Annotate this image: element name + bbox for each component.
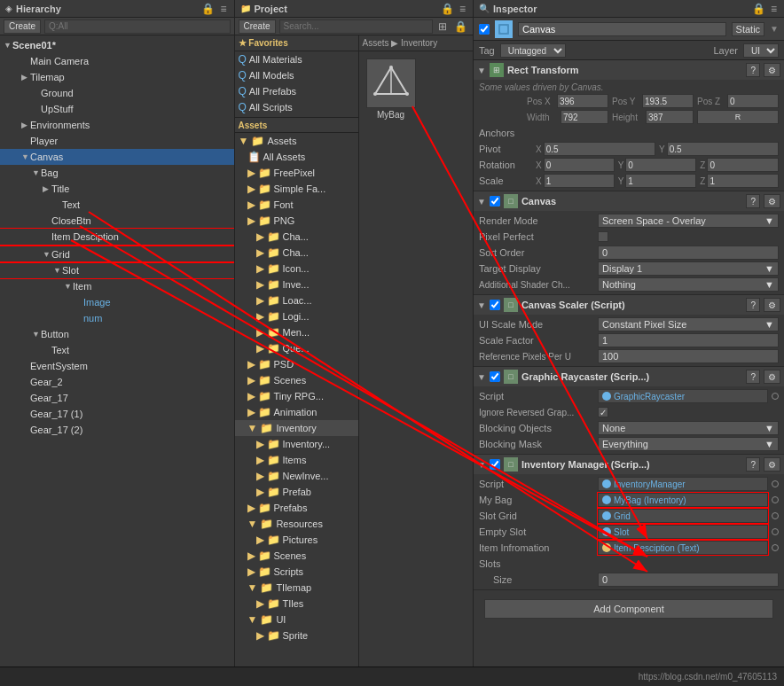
hierarchy-item-button[interactable]: ▼ Button bbox=[0, 326, 234, 342]
tree-scenes2[interactable]: ▶ 📁 Scenes bbox=[235, 548, 358, 564]
scale-factor-value[interactable]: 1 bbox=[598, 333, 779, 347]
tree-logi[interactable]: ▶ 📁 Logi... bbox=[235, 308, 358, 324]
hierarchy-item-gear17[interactable]: Gear_17 bbox=[0, 390, 234, 406]
fav-all-models[interactable]: Q All Models bbox=[235, 67, 358, 83]
pos-x-value[interactable]: 396 bbox=[557, 94, 608, 108]
hierarchy-item-canvas[interactable]: ▼ Canvas bbox=[0, 149, 234, 165]
scaler-question-icon[interactable]: ? bbox=[746, 298, 760, 312]
height-value[interactable]: 387 bbox=[646, 110, 694, 124]
r-button[interactable]: R bbox=[697, 110, 779, 124]
raycaster-settings-icon[interactable]: ⚙ bbox=[764, 370, 780, 384]
blocking-mask-value[interactable]: Everything ▼ bbox=[598, 437, 779, 451]
hierarchy-item-tilemap[interactable]: ▶ Tilemap bbox=[0, 69, 234, 85]
hierarchy-item-image[interactable]: Image bbox=[0, 294, 234, 310]
hierarchy-scene-root[interactable]: ▼ Scene01* bbox=[0, 37, 234, 53]
pos-y-value[interactable]: 193.5 bbox=[642, 94, 694, 108]
tree-scripts[interactable]: ▶ 📁 Scripts bbox=[235, 564, 358, 580]
size-value[interactable]: 0 bbox=[598, 573, 779, 587]
ref-dot[interactable] bbox=[772, 512, 779, 519]
hierarchy-item-text[interactable]: Text bbox=[0, 197, 234, 213]
canvas-toggle[interactable] bbox=[490, 196, 500, 207]
tree-cha2[interactable]: ▶ 📁 Cha... bbox=[235, 245, 358, 261]
tree-scenes[interactable]: ▶ 📁 Scenes bbox=[235, 372, 358, 388]
tree-tilemap[interactable]: ▼ 📁 TIlemap bbox=[235, 580, 358, 596]
hierarchy-create-btn[interactable]: Create bbox=[4, 19, 41, 34]
tree-newinve[interactable]: ▶ 📁 NewInve... bbox=[235, 468, 358, 484]
canvas-question-icon[interactable]: ? bbox=[746, 194, 760, 208]
component-settings-icon[interactable]: ⚙ bbox=[764, 63, 780, 77]
hierarchy-item-player[interactable]: Player bbox=[0, 133, 234, 149]
tree-icon[interactable]: ▶ 📁 Icon... bbox=[235, 261, 358, 277]
component-canvas-header[interactable]: ▼ □ Canvas ? ⚙ bbox=[474, 191, 784, 211]
width-value[interactable]: 792 bbox=[561, 110, 608, 124]
tree-all-assets[interactable]: 📋 All Assets bbox=[235, 149, 358, 165]
sort-order-value[interactable]: 0 bbox=[598, 246, 779, 260]
my-bag-value[interactable]: MyBag (Inventory) bbox=[598, 493, 768, 507]
canvas-settings-icon[interactable]: ⚙ bbox=[764, 194, 780, 208]
hierarchy-search-input[interactable] bbox=[44, 19, 230, 34]
inv-script-value[interactable]: InventoryManager bbox=[598, 477, 768, 491]
hierarchy-item-num[interactable]: num bbox=[0, 310, 234, 326]
fav-all-scripts[interactable]: Q All Scripts bbox=[235, 99, 358, 115]
hierarchy-item-gear17-1[interactable]: Gear_17 (1) bbox=[0, 406, 234, 422]
tree-items[interactable]: ▶ 📁 Items bbox=[235, 452, 358, 468]
ref-dot[interactable] bbox=[772, 393, 779, 400]
ref-dot[interactable] bbox=[772, 480, 779, 487]
hierarchy-item-bag[interactable]: ▼ Bag bbox=[0, 165, 234, 181]
hierarchy-item-slot[interactable]: ▼ Slot bbox=[0, 262, 234, 278]
inspector-lock-icon[interactable]: 🔒 bbox=[750, 3, 767, 15]
hierarchy-lock-icon[interactable]: 🔒 bbox=[200, 3, 216, 15]
fav-all-prefabs[interactable]: Q All Prefabs bbox=[235, 83, 358, 99]
tree-tiles[interactable]: ▶ 📁 TIles bbox=[235, 596, 358, 612]
component-question-icon[interactable]: ? bbox=[746, 63, 760, 77]
tree-pictures[interactable]: ▶ 📁 Pictures bbox=[235, 532, 358, 548]
raycaster-script-value[interactable]: GraphicRaycaster bbox=[598, 389, 768, 403]
ui-scale-mode-value[interactable]: Constant Pixel Size ▼ bbox=[598, 317, 779, 331]
object-active-toggle[interactable] bbox=[479, 24, 490, 35]
hierarchy-item-item[interactable]: ▼ Item bbox=[0, 278, 234, 294]
raycaster-question-icon[interactable]: ? bbox=[746, 370, 760, 384]
tree-prefabs[interactable]: ▶ 📁 Prefabs bbox=[235, 500, 358, 516]
pixel-perfect-checkbox[interactable] bbox=[598, 231, 608, 242]
project-menu-icon[interactable]: ≡ bbox=[458, 3, 467, 15]
hierarchy-item-environments[interactable]: ▶ Environments bbox=[0, 117, 234, 133]
tree-cha1[interactable]: ▶ 📁 Cha... bbox=[235, 229, 358, 245]
tree-ui[interactable]: ▼ 📁 UI bbox=[235, 612, 358, 628]
tree-psd[interactable]: ▶ 📁 PSD bbox=[235, 356, 358, 372]
hierarchy-item-ground[interactable]: Ground bbox=[0, 85, 234, 101]
render-mode-value[interactable]: Screen Space - Overlay ▼ bbox=[598, 214, 779, 228]
project-lock-icon[interactable]: 🔒 bbox=[439, 3, 456, 15]
tree-tinyrpg[interactable]: ▶ 📁 Tiny RPG... bbox=[235, 388, 358, 404]
tree-loac[interactable]: ▶ 📁 Loac... bbox=[235, 292, 358, 308]
component-canvas-scaler-header[interactable]: ▼ □ Canvas Scaler (Script) ? ⚙ bbox=[474, 295, 784, 315]
static-dropdown-arrow[interactable]: ▼ bbox=[770, 24, 779, 34]
tree-animation[interactable]: ▶ 📁 Animation bbox=[235, 404, 358, 420]
blocking-objects-value[interactable]: None ▼ bbox=[598, 421, 779, 435]
ref-pixels-value[interactable]: 100 bbox=[598, 349, 779, 363]
target-display-value[interactable]: Display 1 ▼ bbox=[598, 261, 779, 276]
pivot-x-value[interactable]: 0.5 bbox=[544, 142, 655, 156]
tree-simplefa[interactable]: ▶ 📁 Simple Fa... bbox=[235, 181, 358, 197]
pivot-y-value[interactable]: 0.5 bbox=[667, 142, 779, 156]
component-rect-transform-header[interactable]: ▼ ⊞ Rect Transform ? ⚙ bbox=[474, 60, 784, 80]
tree-png[interactable]: ▶ 📁 PNG bbox=[235, 213, 358, 229]
inv-manager-question-icon[interactable]: ? bbox=[746, 457, 760, 472]
component-graphic-raycaster-header[interactable]: ▼ □ Graphic Raycaster (Scrip...) ? ⚙ bbox=[474, 367, 784, 386]
hierarchy-item-upstuff[interactable]: UpStuff bbox=[0, 101, 234, 117]
tree-que[interactable]: ▶ 📁 Que... bbox=[235, 340, 358, 356]
hierarchy-item-gear2[interactable]: Gear_2 bbox=[0, 374, 234, 390]
inspector-menu-icon[interactable]: ≡ bbox=[769, 3, 779, 15]
additional-shader-value[interactable]: Nothing ▼ bbox=[598, 277, 779, 292]
slot-grid-value[interactable]: Grid bbox=[598, 509, 768, 523]
hierarchy-item-gear17-2[interactable]: Gear_17 (2) bbox=[0, 422, 234, 438]
hierarchy-menu-icon[interactable]: ≡ bbox=[218, 3, 228, 15]
project-lock2-icon[interactable]: 🔒 bbox=[452, 20, 469, 33]
tree-prefab[interactable]: ▶ 📁 Prefab bbox=[235, 484, 358, 500]
tree-resources[interactable]: ▼ 📁 Resources bbox=[235, 516, 358, 532]
tree-font[interactable]: ▶ 📁 Font bbox=[235, 197, 358, 213]
pos-z-value[interactable]: 0 bbox=[727, 94, 779, 108]
project-create-btn[interactable]: Create bbox=[239, 19, 276, 34]
scaler-settings-icon[interactable]: ⚙ bbox=[764, 298, 780, 312]
hierarchy-item-closebtn[interactable]: CloseBtn bbox=[0, 213, 234, 229]
rot-y-value[interactable]: 0 bbox=[625, 158, 696, 172]
